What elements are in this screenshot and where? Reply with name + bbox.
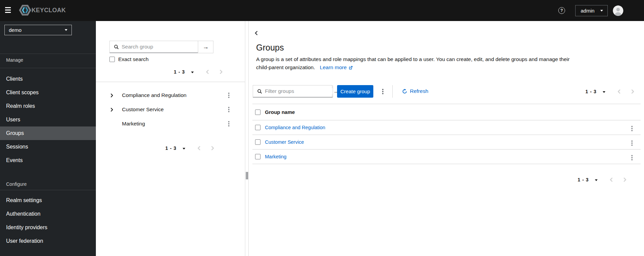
sidebar-item-groups[interactable]: Groups — [0, 126, 96, 140]
group-link[interactable]: Compliance and Regulation — [265, 125, 325, 130]
sidebar-item-events[interactable]: Events — [0, 154, 96, 167]
brand-text: KEYCLOAK — [32, 7, 66, 14]
group-link[interactable]: Marketing — [265, 154, 287, 159]
arrow-right-icon: → — [203, 43, 209, 50]
realm-selector-dropdown[interactable]: demo — [4, 25, 72, 35]
nav-divider — [0, 54, 96, 54]
pagination-next-button[interactable] — [220, 70, 223, 74]
nav-divider — [0, 68, 96, 68]
groups-main-panel: Groups A group is a set of attributes an… — [249, 21, 644, 256]
pagination-next-button[interactable] — [211, 146, 214, 151]
chevron-down-icon — [603, 91, 605, 93]
pagination-prev-button[interactable] — [206, 70, 209, 74]
pagination-prev-button[interactable] — [610, 177, 613, 182]
refresh-icon — [402, 89, 407, 94]
sidebar-item-realm-roles[interactable]: Realm roles — [0, 99, 96, 113]
groups-tree-panel: → Exact search 1 - 3 — [96, 21, 245, 256]
expand-chevron-icon[interactable] — [109, 92, 114, 98]
external-link-icon — [349, 65, 353, 70]
panel-resizer-line — [245, 21, 245, 256]
tree-row: Customer Service — [96, 102, 245, 117]
tree-item-label[interactable]: Marketing — [122, 121, 145, 127]
tree-pagination-bottom: 1 - 3 — [165, 145, 214, 151]
row-checkbox[interactable] — [255, 139, 261, 145]
keycloak-logo[interactable]: KEYCLOAK — [19, 5, 66, 16]
page-description: A group is a set of attributes and role … — [256, 55, 569, 72]
groups-tree: Compliance and Regulation Customer Servi… — [96, 88, 245, 131]
pagination-next-button[interactable] — [631, 89, 634, 94]
pagination-range-dropdown[interactable]: 1 - 3 — [585, 89, 605, 94]
kebab-menu-button[interactable] — [226, 91, 232, 99]
filter-groups-input[interactable] — [265, 88, 333, 94]
nav-toggle-button[interactable] — [5, 7, 13, 14]
sidebar-item-client-scopes[interactable]: Client scopes — [0, 86, 96, 99]
groups-table: Group name Compliance and Regulation Cus… — [252, 104, 641, 164]
search-icon — [114, 44, 119, 50]
pagination-prev-button[interactable] — [198, 146, 201, 151]
tree-row: Compliance and Regulation — [96, 88, 245, 102]
sidebar-item-user-federation[interactable]: User federation — [0, 234, 96, 248]
exact-search-checkbox[interactable] — [109, 57, 115, 62]
search-group-input[interactable] — [122, 44, 198, 50]
chevron-down-icon — [183, 148, 185, 150]
group-search-control: → — [109, 41, 213, 53]
row-kebab-menu-button[interactable] — [629, 124, 636, 133]
pagination-range-dropdown[interactable]: 1 - 3 — [174, 69, 194, 75]
sidebar-item-identity-providers[interactable]: Identity providers — [0, 221, 96, 234]
username-label: admin — [581, 8, 595, 14]
tree-item-label[interactable]: Compliance and Regulation — [122, 92, 186, 98]
chevron-down-icon — [65, 29, 67, 31]
exact-search-option: Exact search — [109, 56, 149, 62]
learn-more-link[interactable]: Learn more — [320, 63, 353, 72]
table-row: Customer Service — [252, 135, 641, 150]
table-row: Compliance and Regulation — [252, 120, 641, 135]
page-title: Groups — [256, 43, 284, 53]
toolbar-kebab-menu-button[interactable] — [379, 87, 386, 96]
row-checkbox[interactable] — [255, 154, 261, 159]
sidebar-item-authentication[interactable]: Authentication — [0, 207, 96, 221]
tree-pagination-top: 1 - 3 — [174, 69, 223, 75]
create-group-button[interactable]: Create group — [337, 85, 373, 98]
row-checkbox[interactable] — [255, 125, 261, 130]
refresh-label: Refresh — [410, 88, 428, 94]
column-header-group-name: Group name — [265, 109, 295, 115]
table-row: Marketing — [252, 150, 641, 164]
sidebar-item-clients[interactable]: Clients — [0, 72, 96, 86]
masthead-actions: ? admin — [558, 0, 623, 21]
sidebar-item-users[interactable]: Users — [0, 113, 96, 126]
pagination-prev-button[interactable] — [618, 89, 621, 94]
sidebar-item-sessions[interactable]: Sessions — [0, 140, 96, 154]
search-submit-button[interactable]: → — [198, 41, 213, 53]
kebab-menu-button[interactable] — [226, 105, 232, 114]
toolbar-divider — [392, 85, 393, 98]
keycloak-hexagon-icon — [19, 5, 31, 16]
nav-section-configure: Configure — [6, 181, 27, 187]
pagination-range-dropdown[interactable]: 1 - 3 — [165, 145, 185, 151]
panel-divider — [96, 82, 245, 82]
table-pagination-bottom: 1 - 3 — [578, 177, 626, 183]
realm-name: demo — [9, 27, 22, 33]
collapse-panel-chevron-icon[interactable] — [254, 30, 258, 36]
help-icon[interactable]: ? — [558, 7, 565, 14]
refresh-button[interactable]: Refresh — [402, 88, 428, 94]
pagination-next-button[interactable] — [623, 177, 626, 182]
nav-list-configure: Realm settings Authentication Identity p… — [0, 194, 96, 248]
sidebar-nav: demo Manage Clients Client scopes Realm … — [0, 21, 96, 256]
row-kebab-menu-button[interactable] — [629, 154, 636, 162]
avatar[interactable] — [613, 5, 623, 16]
panel-resizer-grip[interactable] — [245, 172, 249, 180]
sidebar-item-realm-settings[interactable]: Realm settings — [0, 194, 96, 207]
exact-search-label: Exact search — [118, 56, 149, 62]
user-menu-dropdown[interactable]: admin — [575, 5, 608, 16]
select-all-checkbox[interactable] — [255, 110, 261, 115]
kebab-menu-button[interactable] — [226, 120, 232, 128]
pagination-range-dropdown[interactable]: 1 - 3 — [578, 177, 598, 182]
nav-divider — [0, 190, 96, 190]
filter-groups-control: → — [253, 85, 332, 98]
expand-chevron-icon[interactable] — [109, 106, 114, 113]
group-link[interactable]: Customer Service — [265, 139, 304, 145]
row-kebab-menu-button[interactable] — [629, 139, 636, 147]
chevron-down-icon — [191, 72, 194, 73]
tree-item-label[interactable]: Customer Service — [122, 106, 164, 113]
hamburger-icon — [5, 7, 11, 8]
